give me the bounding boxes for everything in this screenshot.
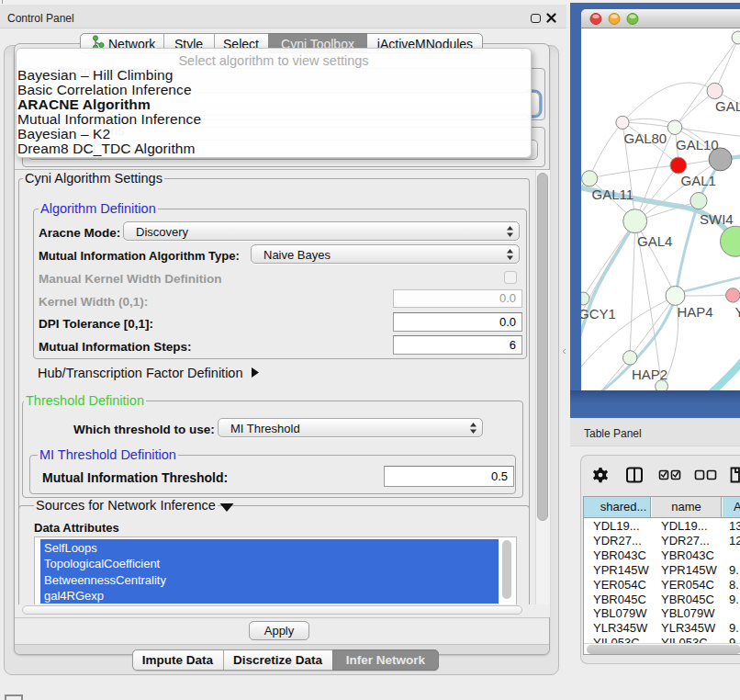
svg-text:GAL4: GAL4 — [637, 233, 672, 249]
svg-text:GAL10: GAL10 — [676, 137, 719, 152]
svg-text:HAP2: HAP2 — [632, 367, 667, 382]
svg-text:SWI4: SWI4 — [700, 211, 734, 227]
svg-text:GCY1: GCY1 — [581, 306, 616, 322]
svg-text:GAL80: GAL80 — [624, 130, 667, 146]
svg-text:GAL11: GAL11 — [592, 186, 634, 202]
svg-text:HAP4: HAP4 — [678, 304, 713, 320]
svg-text:Y: Y — [735, 304, 740, 320]
svg-text:GAL1: GAL1 — [681, 173, 716, 188]
svg-text:GAL: GAL — [715, 98, 740, 114]
